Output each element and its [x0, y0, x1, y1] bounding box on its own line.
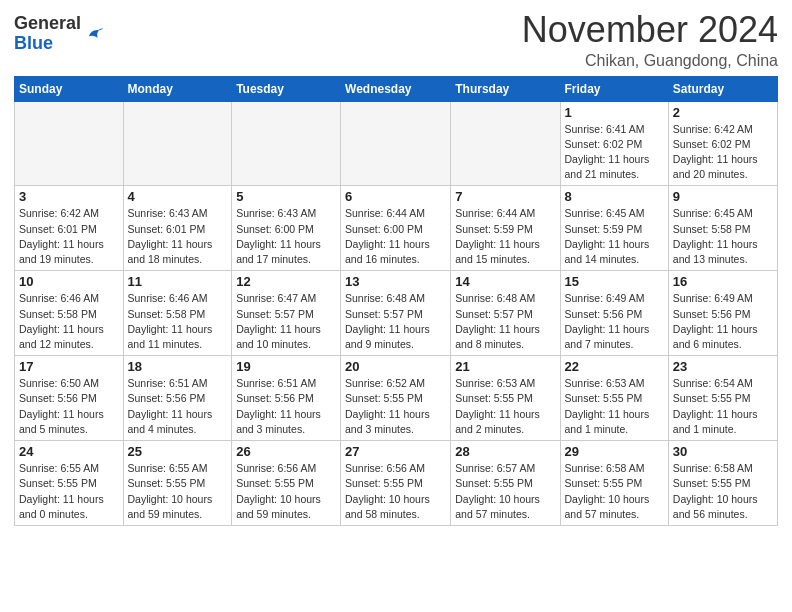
calendar-page: General Blue November 2024 Chikan, Guang… [0, 0, 792, 612]
calendar-cell [451, 101, 560, 186]
day-info: Sunrise: 6:56 AMSunset: 5:55 PMDaylight:… [236, 461, 336, 522]
day-number: 14 [455, 274, 555, 289]
weekday-header-wednesday: Wednesday [341, 76, 451, 101]
weekday-header-friday: Friday [560, 76, 668, 101]
day-info: Sunrise: 6:45 AMSunset: 5:59 PMDaylight:… [565, 206, 664, 267]
day-number: 1 [565, 105, 664, 120]
day-info: Sunrise: 6:46 AMSunset: 5:58 PMDaylight:… [19, 291, 119, 352]
day-info: Sunrise: 6:44 AMSunset: 6:00 PMDaylight:… [345, 206, 446, 267]
day-info: Sunrise: 6:43 AMSunset: 6:00 PMDaylight:… [236, 206, 336, 267]
day-info: Sunrise: 6:58 AMSunset: 5:55 PMDaylight:… [565, 461, 664, 522]
day-info: Sunrise: 6:53 AMSunset: 5:55 PMDaylight:… [455, 376, 555, 437]
calendar-cell: 7Sunrise: 6:44 AMSunset: 5:59 PMDaylight… [451, 186, 560, 271]
day-number: 17 [19, 359, 119, 374]
day-info: Sunrise: 6:50 AMSunset: 5:56 PMDaylight:… [19, 376, 119, 437]
day-info: Sunrise: 6:44 AMSunset: 5:59 PMDaylight:… [455, 206, 555, 267]
calendar-cell: 24Sunrise: 6:55 AMSunset: 5:55 PMDayligh… [15, 441, 124, 526]
calendar-cell: 14Sunrise: 6:48 AMSunset: 5:57 PMDayligh… [451, 271, 560, 356]
calendar-cell: 19Sunrise: 6:51 AMSunset: 5:56 PMDayligh… [232, 356, 341, 441]
day-number: 29 [565, 444, 664, 459]
day-info: Sunrise: 6:57 AMSunset: 5:55 PMDaylight:… [455, 461, 555, 522]
day-info: Sunrise: 6:42 AMSunset: 6:02 PMDaylight:… [673, 122, 773, 183]
day-number: 22 [565, 359, 664, 374]
day-number: 18 [128, 359, 228, 374]
day-number: 19 [236, 359, 336, 374]
weekday-header-sunday: Sunday [15, 76, 124, 101]
day-info: Sunrise: 6:43 AMSunset: 6:01 PMDaylight:… [128, 206, 228, 267]
day-number: 13 [345, 274, 446, 289]
title-block: November 2024 Chikan, Guangdong, China [522, 10, 778, 70]
day-info: Sunrise: 6:56 AMSunset: 5:55 PMDaylight:… [345, 461, 446, 522]
day-info: Sunrise: 6:58 AMSunset: 5:55 PMDaylight:… [673, 461, 773, 522]
day-number: 9 [673, 189, 773, 204]
logo-blue: Blue [14, 33, 53, 53]
calendar-cell: 22Sunrise: 6:53 AMSunset: 5:55 PMDayligh… [560, 356, 668, 441]
calendar-cell: 11Sunrise: 6:46 AMSunset: 5:58 PMDayligh… [123, 271, 232, 356]
day-info: Sunrise: 6:41 AMSunset: 6:02 PMDaylight:… [565, 122, 664, 183]
calendar-cell: 13Sunrise: 6:48 AMSunset: 5:57 PMDayligh… [341, 271, 451, 356]
calendar-cell: 28Sunrise: 6:57 AMSunset: 5:55 PMDayligh… [451, 441, 560, 526]
day-info: Sunrise: 6:49 AMSunset: 5:56 PMDaylight:… [673, 291, 773, 352]
day-info: Sunrise: 6:54 AMSunset: 5:55 PMDaylight:… [673, 376, 773, 437]
day-number: 7 [455, 189, 555, 204]
day-number: 4 [128, 189, 228, 204]
day-number: 2 [673, 105, 773, 120]
calendar-cell: 3Sunrise: 6:42 AMSunset: 6:01 PMDaylight… [15, 186, 124, 271]
calendar-cell [232, 101, 341, 186]
day-number: 25 [128, 444, 228, 459]
calendar-cell: 27Sunrise: 6:56 AMSunset: 5:55 PMDayligh… [341, 441, 451, 526]
day-info: Sunrise: 6:47 AMSunset: 5:57 PMDaylight:… [236, 291, 336, 352]
day-info: Sunrise: 6:55 AMSunset: 5:55 PMDaylight:… [19, 461, 119, 522]
day-number: 11 [128, 274, 228, 289]
day-info: Sunrise: 6:42 AMSunset: 6:01 PMDaylight:… [19, 206, 119, 267]
day-info: Sunrise: 6:55 AMSunset: 5:55 PMDaylight:… [128, 461, 228, 522]
day-number: 23 [673, 359, 773, 374]
calendar-cell [15, 101, 124, 186]
calendar-cell: 6Sunrise: 6:44 AMSunset: 6:00 PMDaylight… [341, 186, 451, 271]
day-number: 15 [565, 274, 664, 289]
calendar-cell: 29Sunrise: 6:58 AMSunset: 5:55 PMDayligh… [560, 441, 668, 526]
calendar-cell [341, 101, 451, 186]
calendar-cell: 17Sunrise: 6:50 AMSunset: 5:56 PMDayligh… [15, 356, 124, 441]
calendar-cell: 10Sunrise: 6:46 AMSunset: 5:58 PMDayligh… [15, 271, 124, 356]
day-number: 12 [236, 274, 336, 289]
logo-bird-icon [83, 23, 105, 45]
weekday-header-monday: Monday [123, 76, 232, 101]
day-number: 28 [455, 444, 555, 459]
logo-general: General [14, 13, 81, 33]
day-info: Sunrise: 6:52 AMSunset: 5:55 PMDaylight:… [345, 376, 446, 437]
calendar-cell: 25Sunrise: 6:55 AMSunset: 5:55 PMDayligh… [123, 441, 232, 526]
calendar-cell: 18Sunrise: 6:51 AMSunset: 5:56 PMDayligh… [123, 356, 232, 441]
month-title: November 2024 [522, 10, 778, 50]
day-number: 26 [236, 444, 336, 459]
day-number: 10 [19, 274, 119, 289]
day-info: Sunrise: 6:51 AMSunset: 5:56 PMDaylight:… [236, 376, 336, 437]
day-number: 6 [345, 189, 446, 204]
calendar-cell: 5Sunrise: 6:43 AMSunset: 6:00 PMDaylight… [232, 186, 341, 271]
day-number: 24 [19, 444, 119, 459]
day-info: Sunrise: 6:53 AMSunset: 5:55 PMDaylight:… [565, 376, 664, 437]
calendar-cell: 4Sunrise: 6:43 AMSunset: 6:01 PMDaylight… [123, 186, 232, 271]
calendar-cell: 20Sunrise: 6:52 AMSunset: 5:55 PMDayligh… [341, 356, 451, 441]
logo: General Blue [14, 14, 105, 54]
day-number: 8 [565, 189, 664, 204]
calendar-cell: 8Sunrise: 6:45 AMSunset: 5:59 PMDaylight… [560, 186, 668, 271]
day-number: 27 [345, 444, 446, 459]
day-info: Sunrise: 6:48 AMSunset: 5:57 PMDaylight:… [345, 291, 446, 352]
calendar-cell: 23Sunrise: 6:54 AMSunset: 5:55 PMDayligh… [668, 356, 777, 441]
day-number: 20 [345, 359, 446, 374]
calendar-cell [123, 101, 232, 186]
calendar-cell: 30Sunrise: 6:58 AMSunset: 5:55 PMDayligh… [668, 441, 777, 526]
day-number: 21 [455, 359, 555, 374]
day-number: 5 [236, 189, 336, 204]
day-number: 16 [673, 274, 773, 289]
day-info: Sunrise: 6:46 AMSunset: 5:58 PMDaylight:… [128, 291, 228, 352]
weekday-header-saturday: Saturday [668, 76, 777, 101]
location-title: Chikan, Guangdong, China [522, 52, 778, 70]
calendar-cell: 15Sunrise: 6:49 AMSunset: 5:56 PMDayligh… [560, 271, 668, 356]
calendar-cell: 26Sunrise: 6:56 AMSunset: 5:55 PMDayligh… [232, 441, 341, 526]
day-number: 3 [19, 189, 119, 204]
day-info: Sunrise: 6:48 AMSunset: 5:57 PMDaylight:… [455, 291, 555, 352]
weekday-header-tuesday: Tuesday [232, 76, 341, 101]
header: General Blue November 2024 Chikan, Guang… [14, 10, 778, 70]
